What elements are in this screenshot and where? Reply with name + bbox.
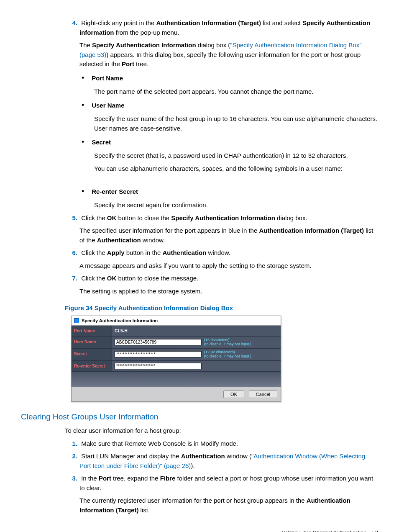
dialog-titlebar: Specify Authentication Information — [72, 316, 281, 326]
label-secret: Secret — [72, 349, 112, 360]
label-port-name: Port Name — [72, 326, 112, 336]
step-number: 3. — [66, 474, 79, 483]
row-reenter-secret: Re-enter Secret — [72, 361, 281, 372]
step-6-detail: A message appears and asks if you want t… — [79, 261, 378, 271]
step-number: 4. — [66, 18, 79, 28]
bullet-icon: • — [82, 72, 90, 84]
bullet-port-name-desc: The port name of the selected port appea… — [94, 87, 378, 97]
step-number: 6. — [66, 248, 79, 258]
row-port-name: Port Name CL5-H — [72, 326, 281, 337]
value-port-name: CL5-H — [115, 328, 128, 334]
step-5: 5. Click the OK button to close the Spec… — [79, 213, 378, 223]
step-7-detail: The setting is applied to the storage sy… — [79, 287, 378, 296]
bullet-port-name: • Port Name — [94, 72, 378, 84]
bullet-secret-desc1: Specify the secret (that is, a password … — [94, 151, 378, 161]
step-7: 7. Click the OK button to close the mess… — [79, 274, 378, 283]
bullet-icon: • — [82, 100, 90, 111]
step-5-detail: The specified user information for the p… — [79, 226, 378, 245]
step-4-detail: The Specify Authentication Information d… — [79, 41, 378, 69]
sec2-step-3: 3. In the Port tree, expand the Fibre fo… — [79, 474, 378, 493]
bullet-user-name-desc: Specify the user name of the host group … — [94, 114, 378, 133]
step-number: 7. — [66, 274, 79, 283]
step-4: 4. Right-click any point in the Authenti… — [79, 18, 378, 37]
dialog-button-bar: OK Cancel — [72, 387, 281, 401]
heading-clearing-host-groups: Clearing Host Groups User Information — [21, 411, 378, 423]
bullet-icon: • — [82, 186, 90, 197]
dialog-title: Specify Authentication Information — [82, 317, 158, 324]
bullet-user-name: • User Name — [94, 100, 378, 111]
input-reenter-secret[interactable] — [115, 363, 202, 369]
step-number: 2. — [66, 452, 79, 461]
label-reenter-secret: Re-enter Secret — [72, 361, 112, 371]
bullet-reenter-desc: Specify the secret again for confirmatio… — [94, 200, 378, 210]
sec2-step-2: 2. Start LUN Manager and display the Aut… — [79, 452, 378, 470]
bullet-reenter: • Re-enter Secret — [94, 186, 378, 197]
input-secret[interactable] — [115, 351, 202, 357]
row-secret: Secret (12-32 characters)(to disable, it… — [72, 349, 281, 361]
bullet-secret-desc2: You can use alphanumeric characters, spa… — [94, 164, 378, 174]
step-number: 5. — [66, 213, 79, 223]
hint-user-name: (16 characters)(to disable, it may not i… — [204, 338, 251, 347]
bullet-icon: • — [82, 136, 90, 148]
page-footer: Setting Fibre Channel Authentication 53 — [21, 529, 378, 532]
page-number: 53 — [372, 530, 378, 532]
row-user-name: User Name (16 characters)(to disable, it… — [72, 337, 281, 349]
label-user-name: User Name — [72, 337, 112, 348]
hint-secret: (12-32 characters)(to disable, it may no… — [204, 350, 251, 359]
sec2-step-3-detail: The currently registered user informatio… — [79, 496, 378, 515]
step-6: 6. Click the Apply button in the Authent… — [79, 248, 378, 258]
ok-button[interactable]: OK — [223, 391, 244, 398]
dialog-specify-auth: Specify Authentication Information Port … — [71, 316, 281, 402]
cancel-button[interactable]: Cancel — [249, 391, 277, 398]
step-number: 1. — [66, 439, 79, 449]
bullet-secret: • Secret — [94, 136, 378, 148]
section2-intro: To clear user information for a host gro… — [65, 426, 378, 436]
figure-caption: Figure 34 Specify Authentication Informa… — [65, 303, 378, 313]
window-icon — [74, 318, 79, 323]
sec2-step-1: 1. Make sure that Remote Web Console is … — [79, 439, 378, 449]
input-user-name[interactable] — [115, 339, 202, 345]
